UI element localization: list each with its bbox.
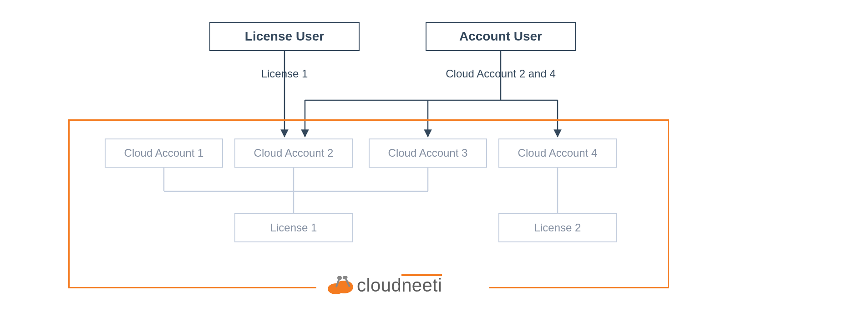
cloud-account-2-box: Cloud Account 2 <box>234 138 353 168</box>
cloud-account-1-box: Cloud Account 1 <box>105 138 223 168</box>
license-1-box: License 1 <box>234 213 353 242</box>
license-2-box: License 2 <box>498 213 617 242</box>
cloud-account-label: Cloud Account 1 <box>124 147 204 159</box>
logo-text-accent: neeti <box>401 275 442 296</box>
cloudneeti-logo: cloudneeti <box>319 275 450 296</box>
cloud-account-label: Cloud Account 4 <box>518 147 598 159</box>
cloud-account-label: Cloud Account 2 <box>254 147 334 159</box>
account-user-label: Account User <box>459 29 542 44</box>
license-user-box: License User <box>209 22 360 51</box>
logo-text-main: cloud <box>357 275 401 295</box>
license-user-label: License User <box>245 29 324 44</box>
license-user-edge-label: License 1 <box>255 67 314 80</box>
cloud-account-3-box: Cloud Account 3 <box>369 138 487 168</box>
license-label: License 1 <box>270 221 317 234</box>
logo-text: cloudneeti <box>357 275 442 296</box>
account-user-edge-label: Cloud Account 2 and 4 <box>437 67 564 80</box>
cloud-account-4-box: Cloud Account 4 <box>498 138 617 168</box>
cloud-tools-icon <box>327 276 354 295</box>
container-bottom-left <box>68 287 316 288</box>
container-bottom-right <box>489 287 669 288</box>
svg-point-17 <box>337 276 343 281</box>
account-user-box: Account User <box>426 22 576 51</box>
cloud-account-label: Cloud Account 3 <box>388 147 468 159</box>
license-label: License 2 <box>534 221 581 234</box>
